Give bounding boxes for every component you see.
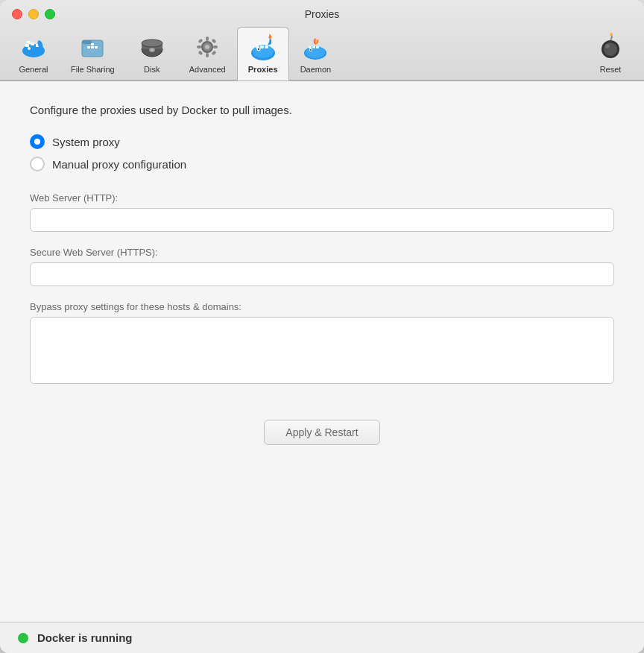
- svg-point-15: [142, 40, 162, 47]
- svg-point-31: [257, 48, 259, 50]
- http-input[interactable]: [30, 208, 614, 232]
- apply-button-container: Apply & Restart: [30, 420, 614, 445]
- svg-rect-35: [258, 42, 262, 45]
- status-text: Docker is running: [37, 631, 133, 644]
- tab-advanced-label: Advanced: [189, 65, 226, 74]
- toolbar: General File Sharing: [0, 27, 644, 80]
- svg-rect-2: [31, 42, 34, 45]
- svg-rect-11: [91, 43, 94, 45]
- tab-file-sharing-label: File Sharing: [71, 65, 115, 74]
- tab-file-sharing[interactable]: File Sharing: [60, 27, 126, 80]
- svg-rect-41: [309, 46, 312, 48]
- tab-daemon[interactable]: Daemon: [289, 27, 343, 80]
- radio-system-proxy[interactable]: System proxy: [30, 134, 614, 149]
- radio-system-proxy-label: System proxy: [52, 136, 120, 148]
- tab-daemon-label: Daemon: [300, 65, 332, 74]
- svg-rect-34: [265, 45, 268, 48]
- tab-general[interactable]: General: [7, 27, 60, 80]
- radio-system-proxy-circle: [30, 134, 45, 149]
- https-field-group: Secure Web Server (HTTPS):: [30, 247, 614, 286]
- close-button[interactable]: [12, 9, 22, 19]
- disk-icon: [137, 32, 167, 62]
- svg-rect-9: [87, 46, 90, 48]
- svg-rect-12: [95, 46, 98, 48]
- tab-general-label: General: [19, 65, 48, 74]
- window-controls: [12, 9, 55, 19]
- bypass-field-label: Bypass proxy settings for these hosts & …: [30, 301, 614, 312]
- radio-manual-proxy[interactable]: Manual proxy configuration: [30, 157, 614, 171]
- svg-point-46: [610, 33, 613, 36]
- svg-rect-43: [316, 46, 319, 48]
- window-title: Proxies: [305, 8, 340, 20]
- apply-restart-button[interactable]: Apply & Restart: [264, 420, 379, 445]
- tab-disk-label: Disk: [144, 65, 160, 74]
- svg-point-47: [605, 44, 610, 48]
- https-input[interactable]: [30, 262, 614, 286]
- svg-rect-4: [27, 41, 31, 43]
- svg-rect-26: [198, 50, 203, 55]
- tab-reset-label: Reset: [600, 65, 622, 74]
- tab-proxies[interactable]: Proxies: [237, 27, 289, 81]
- daemon-icon: [300, 32, 330, 62]
- maximize-button[interactable]: [45, 9, 55, 19]
- tab-advanced[interactable]: Advanced: [178, 27, 237, 80]
- svg-rect-10: [91, 46, 94, 48]
- main-window: Proxies General: [0, 0, 644, 653]
- svg-rect-22: [197, 45, 201, 48]
- svg-rect-24: [198, 38, 203, 43]
- svg-point-45: [604, 42, 617, 56]
- svg-rect-27: [212, 50, 217, 55]
- tab-reset[interactable]: Reset: [584, 27, 637, 80]
- svg-point-38: [306, 46, 325, 58]
- tab-proxies-label: Proxies: [248, 65, 278, 74]
- tab-disk[interactable]: Disk: [126, 27, 178, 80]
- svg-point-19: [205, 45, 209, 49]
- svg-rect-32: [256, 45, 259, 48]
- statusbar: Docker is running: [0, 622, 644, 653]
- svg-rect-36: [262, 42, 266, 45]
- bypass-field-group: Bypass proxy settings for these hosts & …: [30, 301, 614, 387]
- https-field-label: Secure Web Server (HTTPS):: [30, 247, 614, 258]
- reset-icon: [596, 32, 625, 62]
- general-icon: [19, 32, 48, 62]
- main-content: Configure the proxies used by Docker to …: [0, 81, 644, 622]
- svg-rect-33: [260, 45, 264, 48]
- status-indicator: [18, 633, 28, 643]
- svg-rect-21: [206, 53, 209, 57]
- svg-point-6: [28, 47, 31, 50]
- svg-rect-20: [206, 37, 209, 41]
- svg-point-40: [310, 49, 312, 51]
- minimize-button[interactable]: [28, 9, 39, 19]
- svg-rect-25: [212, 38, 217, 43]
- advanced-icon: [192, 32, 222, 62]
- proxies-icon: [248, 32, 278, 62]
- http-field-label: Web Server (HTTP):: [30, 192, 614, 204]
- http-field-group: Web Server (HTTP):: [30, 192, 614, 232]
- titlebar: Proxies General: [0, 0, 644, 81]
- svg-rect-8: [82, 40, 92, 44]
- radio-manual-proxy-circle: [30, 157, 45, 171]
- proxy-radio-group: System proxy Manual proxy configuration: [30, 134, 614, 171]
- description-text: Configure the proxies used by Docker to …: [30, 104, 614, 116]
- svg-rect-1: [25, 44, 29, 47]
- svg-point-17: [151, 49, 154, 51]
- bypass-textarea[interactable]: [30, 317, 614, 384]
- svg-rect-42: [312, 46, 315, 48]
- svg-rect-23: [213, 45, 218, 48]
- file-sharing-icon: [78, 32, 107, 62]
- radio-manual-proxy-label: Manual proxy configuration: [52, 158, 186, 171]
